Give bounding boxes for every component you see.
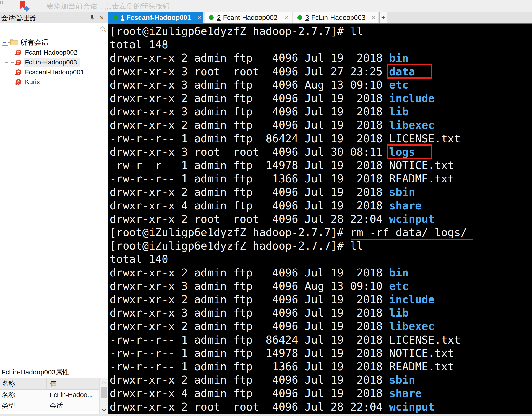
terminal-line: -rw-r--r-- 1 admin ftp 14978 Jul 19 2018… <box>110 347 532 360</box>
session-filter-input[interactable] <box>1 24 97 34</box>
close-panel-icon[interactable]: × <box>98 13 105 22</box>
terminal-line: total 140 <box>110 253 532 266</box>
scroll-down-icon[interactable] <box>100 406 108 414</box>
session-tab[interactable]: 2Fcant-Hadoop002× <box>205 12 292 23</box>
property-row[interactable]: 名称FcLin-Hadoo... <box>0 389 108 400</box>
terminal-line: drwxr-xr-x 2 root root 4096 Jul 28 22:04… <box>110 400 532 414</box>
directory-name: include <box>389 293 435 306</box>
column-header-value: 值 <box>47 378 108 389</box>
terminal-line: drwxr-xr-x 4 admin ftp 4096 Jul 19 2018 … <box>110 387 532 400</box>
session-manager-panel: 会话管理器 × 所有会话 <box>0 12 108 414</box>
session-item[interactable]: Fcscanf-Hadoop001 <box>0 67 108 77</box>
directory-name: lib <box>389 105 408 118</box>
directory-name: sbin <box>389 186 415 199</box>
terminal-line: drwxr-xr-x 2 admin ftp 4096 Jul 19 2018 … <box>110 51 532 65</box>
folder-icon <box>10 39 18 46</box>
directory-name: libexec <box>389 119 435 131</box>
session-search-row <box>0 23 108 35</box>
session-tab[interactable]: 1Fcscanf-Hadoop001× <box>108 12 203 23</box>
session-tab[interactable]: 3FcLin-Hadoop003× <box>293 12 378 23</box>
terminal-line: -rw-r--r-- 1 admin ftp 86424 Jul 19 2018… <box>110 132 532 145</box>
directory-name: include <box>389 92 435 104</box>
tab-close-icon[interactable]: × <box>191 14 201 22</box>
session-snail-icon <box>15 59 22 66</box>
directory-name: lib <box>389 306 408 319</box>
root-label: 所有会话 <box>20 38 48 47</box>
property-value: 会话 <box>47 400 108 411</box>
notice-message: 要添加当前会话，点击左侧的箭头按钮。 <box>47 0 177 12</box>
panel-title: 会话管理器 <box>1 12 36 23</box>
properties-rows: 名称FcLin-Hadoo...类型会话 <box>0 389 108 411</box>
notice-bar: 要添加当前会话，点击左侧的箭头按钮。 <box>0 0 532 12</box>
terminal-line: drwxr-xr-x 3 admin ftp 4096 Aug 13 09:10… <box>110 78 532 92</box>
directory-name: sbin <box>389 374 415 386</box>
terminal-line: drwxr-xr-x 2 admin ftp 4096 Jul 19 2018 … <box>110 92 532 105</box>
session-list: Fcant-Hadoop002FcLin-Hadoop003Fcscanf-Ha… <box>0 47 108 87</box>
session-manager-header: 会话管理器 × <box>0 12 108 23</box>
connected-indicator <box>209 15 214 20</box>
terminal-line: drwxr-xr-x 3 admin ftp 4096 Jul 19 2018 … <box>110 306 532 320</box>
terminal-line: drwxr-xr-x 3 admin ftp 4096 Aug 13 09:10… <box>110 280 532 293</box>
collapse-icon[interactable] <box>2 39 8 46</box>
properties-panel: FcLin-Hadoop003属性 名称 值 名称FcLin-Hadoo...类… <box>0 366 108 414</box>
terminal-line: -rw-r--r-- 1 admin ftp 86424 Jul 19 2018… <box>110 333 532 347</box>
toolbar-grip[interactable] <box>0 1 3 11</box>
column-header-name: 名称 <box>0 378 47 389</box>
bottom-edge-strip <box>0 414 532 416</box>
directory-name: bin <box>389 52 408 64</box>
add-session-flag-icon <box>17 0 30 14</box>
terminal-line: -rw-r--r-- 1 admin ftp 1366 Jul 19 2018 … <box>110 172 532 186</box>
new-tab-button[interactable]: + <box>379 12 387 23</box>
annotation-underline: rm -rf data/ logs/ <box>350 226 467 239</box>
directory-name: etc <box>389 280 408 293</box>
connected-indicator <box>113 15 117 20</box>
terminal-line: drwxr-xr-x 2 admin ftp 4096 Jul 19 2018 … <box>110 293 532 306</box>
connected-indicator <box>297 15 302 20</box>
pin-icon[interactable] <box>89 14 95 21</box>
property-value: FcLin-Hadoo... <box>47 389 108 400</box>
session-snail-icon <box>15 78 22 86</box>
scrollbar-thumb[interactable] <box>101 388 107 398</box>
terminal-line: drwxr-xr-x 2 admin ftp 4096 Jul 19 2018 … <box>110 373 532 387</box>
terminal-line: drwxr-xr-x 2 admin ftp 4096 Jul 19 2018 … <box>110 118 532 132</box>
session-label: Fcscanf-Hadoop001 <box>24 68 86 77</box>
terminal-line: drwxr-xr-x 3 admin ftp 4096 Jul 19 2018 … <box>110 105 532 118</box>
main-area: 1Fcscanf-Hadoop001×2Fcant-Hadoop002×3FcL… <box>108 12 532 414</box>
terminal-line: -rw-r--r-- 1 admin ftp 14978 Jul 19 2018… <box>110 159 532 172</box>
property-row[interactable]: 类型会话 <box>0 400 108 411</box>
properties-header: 名称 值 <box>0 378 108 389</box>
terminal-line: [root@iZuligp6e1dyzfZ hadoop-2.7.7]# ll <box>110 25 532 38</box>
property-name: 类型 <box>0 400 47 411</box>
session-item[interactable]: Kuris <box>0 77 108 87</box>
terminal-line: drwxr-xr-x 4 admin ftp 4096 Jul 19 2018 … <box>110 199 532 212</box>
tab-bar: 1Fcscanf-Hadoop001×2Fcant-Hadoop002×3FcL… <box>108 12 532 24</box>
scroll-up-icon[interactable] <box>100 378 108 387</box>
directory-name: etc <box>389 79 408 91</box>
directory-name: share <box>389 199 421 212</box>
tab-close-icon[interactable]: × <box>365 14 376 22</box>
terminal-line: [root@iZuligp6e1dyzfZ hadoop-2.7.7]# rm … <box>110 226 532 239</box>
session-tree: 所有会话 Fcant-Hadoop002FcLin-Hadoop003Fcsca… <box>0 35 108 87</box>
terminal-line: drwxr-xr-x 2 root root 4096 Jul 28 22:04… <box>110 212 532 226</box>
session-label: Kuris <box>24 78 42 86</box>
terminal-line: drwxr-xr-x 2 admin ftp 4096 Jul 19 2018 … <box>110 186 532 199</box>
directory-name: bin <box>389 266 408 279</box>
session-tree-root[interactable]: 所有会话 <box>0 37 108 47</box>
session-item[interactable]: FcLin-Hadoop003 <box>0 57 108 67</box>
tab-close-icon[interactable]: × <box>278 14 288 22</box>
directory-name: wcinput <box>389 213 435 225</box>
properties-title: FcLin-Hadoop003属性 <box>0 366 108 378</box>
terminal-line: -rw-r--r-- 1 admin ftp 1366 Jul 19 2018 … <box>110 360 532 373</box>
terminal-line: [root@iZuligp6e1dyzfZ hadoop-2.7.7]# ll <box>110 239 532 253</box>
tab-label: Fcscanf-Hadoop001 <box>126 14 191 22</box>
properties-scrollbar[interactable] <box>99 378 108 414</box>
session-item[interactable]: Fcant-Hadoop002 <box>0 47 108 57</box>
directory-name: libexec <box>389 320 435 332</box>
terminal-line: drwxr-xr-x 3 root root 4096 Jul 27 23:25… <box>110 65 532 78</box>
property-name: 名称 <box>0 389 47 400</box>
terminal[interactable]: [root@iZuligp6e1dyzfZ hadoop-2.7.7]# llt… <box>108 24 532 414</box>
terminal-line: drwxr-xr-x 3 root root 4096 Jul 30 08:11… <box>110 145 532 159</box>
search-icon <box>100 26 106 33</box>
directory-name: wcinput <box>389 400 435 413</box>
annotation-box: data <box>389 65 415 78</box>
